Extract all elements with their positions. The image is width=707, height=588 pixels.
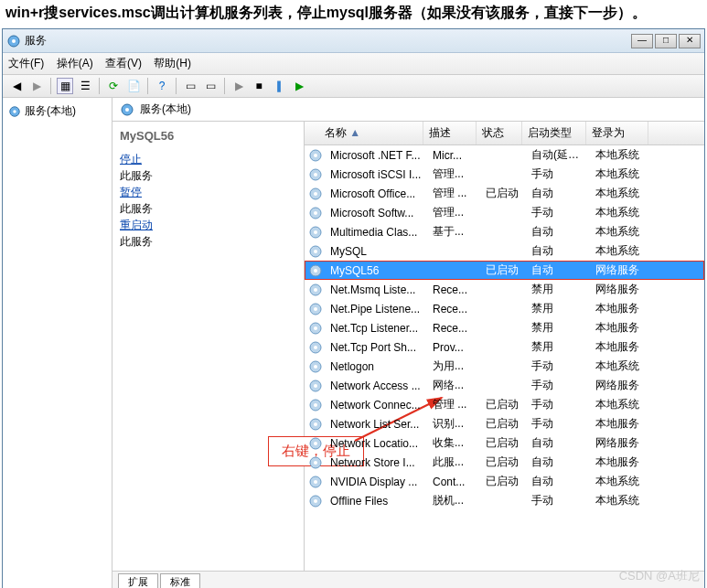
- view-tabs: 扩展 标准: [112, 571, 704, 588]
- service-row[interactable]: Microsoft Softw...管理...手动本地系统: [305, 203, 704, 222]
- svc-name: Network Locatio...: [325, 435, 427, 452]
- menu-action[interactable]: 操作(A): [57, 57, 93, 69]
- tab-extended[interactable]: 扩展: [118, 573, 158, 588]
- service-row[interactable]: Network Store I...此服...已启动自动本地服务: [305, 453, 704, 472]
- tab-standard[interactable]: 标准: [160, 573, 200, 588]
- instruction-text: win+r搜services.msc调出计算机服务列表，停止mysql服务器（如…: [0, 0, 707, 27]
- service-row[interactable]: MySQL56已启动自动网络服务: [305, 261, 704, 280]
- svc-status: 已启动: [480, 453, 526, 472]
- service-row[interactable]: MySQL自动本地系统: [305, 241, 704, 261]
- back-button[interactable]: ◀: [8, 78, 25, 94]
- svc-logon: 本地服务: [590, 414, 652, 433]
- svg-point-22: [314, 288, 317, 292]
- maximize-button[interactable]: □: [655, 34, 677, 48]
- service-row[interactable]: Net.Tcp Port Sh...Prov...禁用本地服务: [305, 337, 704, 357]
- service-row[interactable]: Network Connec...管理 ...已启动手动本地系统: [305, 395, 704, 414]
- svc-name: Netlogon: [325, 358, 427, 375]
- svc-name: Microsoft Office...: [325, 186, 427, 202]
- tree-root-services[interactable]: 服务(本地): [6, 102, 108, 121]
- service-row[interactable]: Network Locatio...收集...已启动自动网络服务: [305, 433, 704, 453]
- svc-logon: 本地系统: [590, 472, 652, 491]
- svc-name: Net.Tcp Port Sh...: [325, 339, 427, 356]
- svc-status: 已启动: [480, 261, 526, 280]
- pause-link[interactable]: 暂停: [120, 185, 296, 200]
- svc-desc: 管理 ...: [427, 395, 480, 414]
- close-button[interactable]: ✕: [679, 34, 701, 48]
- help-button[interactable]: ?: [154, 78, 170, 94]
- svc-name: MySQL56: [325, 262, 427, 279]
- service-row[interactable]: NVIDIA Display ...Cont...已启动自动本地系统: [305, 472, 704, 491]
- svc-desc: 此服...: [427, 453, 480, 472]
- svc-desc: Rece...: [427, 282, 480, 298]
- restart-link[interactable]: 重启动: [120, 218, 296, 233]
- svc-startup: 自动: [526, 261, 590, 280]
- menu-help[interactable]: 帮助(H): [154, 57, 191, 69]
- service-row[interactable]: Net.Tcp Listener...Rece...禁用本地服务: [305, 318, 704, 337]
- export-button[interactable]: 📄: [125, 78, 142, 94]
- details-view-button[interactable]: ▦: [57, 78, 73, 94]
- svc-desc: 识别...: [427, 414, 480, 433]
- service-row[interactable]: Microsoft iSCSI I...管理...手动本地系统: [305, 165, 704, 184]
- stop-suffix: 此服务: [120, 169, 153, 182]
- svc-startup: 手动: [526, 414, 590, 433]
- service-row[interactable]: Microsoft .NET F...Micr...自动(延迟...本地系统: [305, 145, 704, 165]
- svc-status: [480, 346, 526, 349]
- svc-status: [480, 250, 526, 253]
- col-desc[interactable]: 描述: [423, 122, 477, 144]
- separator-icon: [99, 78, 100, 94]
- svc-startup: 手动: [526, 395, 590, 414]
- svc-status: [480, 154, 526, 157]
- svg-point-28: [314, 346, 317, 349]
- svc-status: [480, 499, 526, 503]
- svc-logon: 本地服务: [590, 453, 652, 472]
- refresh-button[interactable]: ⟳: [105, 78, 122, 94]
- separator-icon: [147, 78, 148, 94]
- list-view-button[interactable]: ☰: [77, 78, 93, 94]
- pause-service-button[interactable]: ∥: [271, 78, 287, 94]
- svc-name: Multimedia Clas...: [325, 224, 427, 241]
- service-row[interactable]: Net.Pipe Listene...Rece...禁用本地服务: [305, 299, 704, 318]
- menu-file[interactable]: 文件(F): [8, 57, 44, 69]
- svc-logon: 网络服务: [590, 261, 652, 280]
- svg-point-44: [314, 499, 317, 503]
- properties2-button[interactable]: ▭: [202, 78, 219, 94]
- list-header: 名称 ▲ 描述 状态 启动类型 登录为: [305, 122, 704, 145]
- service-row[interactable]: Net.Msmq Liste...Rece...禁用网络服务: [305, 280, 704, 299]
- minimize-button[interactable]: —: [631, 34, 653, 48]
- svg-point-26: [314, 326, 317, 330]
- svg-point-18: [314, 250, 317, 253]
- restart-service-button[interactable]: ▶: [291, 78, 307, 94]
- col-status[interactable]: 状态: [477, 122, 522, 144]
- svc-logon: 本地系统: [590, 165, 652, 184]
- svc-desc: Prov...: [427, 339, 480, 356]
- svc-status: [480, 288, 526, 292]
- properties-button[interactable]: ▭: [182, 78, 198, 94]
- tree-root-label: 服务(本地): [25, 103, 76, 119]
- stop-service-button[interactable]: ■: [251, 78, 267, 94]
- svc-startup: 自动: [526, 472, 590, 491]
- col-name[interactable]: 名称 ▲: [305, 122, 423, 144]
- col-logon[interactable]: 登录为: [586, 122, 648, 144]
- forward-button[interactable]: ▶: [28, 78, 45, 94]
- menu-view[interactable]: 查看(V): [105, 57, 142, 69]
- stop-link[interactable]: 停止: [120, 152, 296, 167]
- service-row[interactable]: Multimedia Clas...基于...自动本地系统: [305, 222, 704, 241]
- svc-name: MySQL: [325, 243, 427, 260]
- svc-status: [480, 307, 526, 311]
- service-row[interactable]: Offline Files脱机...手动本地系统: [305, 491, 704, 510]
- separator-icon: [50, 78, 51, 94]
- col-startup[interactable]: 启动类型: [522, 122, 586, 144]
- svc-logon: 本地系统: [590, 184, 652, 203]
- service-row[interactable]: Network Access ...网络...手动网络服务: [305, 376, 704, 395]
- service-row[interactable]: Microsoft Office...管理 ...已启动自动本地系统: [305, 184, 704, 203]
- service-row[interactable]: Network List Ser...识别...已启动手动本地服务: [305, 414, 704, 433]
- svc-status: [480, 173, 526, 176]
- start-service-button[interactable]: ▶: [230, 78, 247, 94]
- svc-name: Network Access ...: [325, 378, 427, 394]
- titlebar[interactable]: 服务 — □ ✕: [3, 29, 704, 53]
- svc-status: [480, 384, 526, 388]
- service-row[interactable]: Netlogon为用...手动本地系统: [305, 357, 704, 376]
- svg-point-14: [314, 211, 317, 215]
- svg-point-36: [314, 422, 317, 426]
- svc-desc: 管理...: [427, 165, 480, 184]
